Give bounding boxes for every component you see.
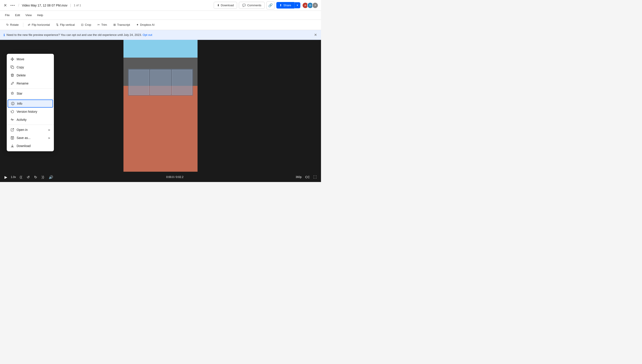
- star-icon: [10, 92, 14, 96]
- dropbox-ai-button[interactable]: ✦ Dropbox AI: [134, 22, 157, 28]
- rotate-button[interactable]: ↻ Rotate: [4, 22, 21, 28]
- comment-icon: 💬: [242, 4, 246, 7]
- share-caret-button[interactable]: ▾: [294, 2, 300, 8]
- forward-button[interactable]: ↻: [33, 174, 38, 180]
- ctx-activity[interactable]: Activity: [7, 116, 54, 124]
- menu-bar: File Edit View Help: [0, 11, 321, 20]
- ctx-activity-label: Activity: [17, 118, 50, 122]
- share-group: ⬆ Share ▾: [276, 2, 300, 8]
- ctx-download[interactable]: Download: [7, 142, 54, 150]
- comments-label: Comments: [247, 4, 261, 7]
- trim-icon: ✂: [97, 23, 100, 26]
- ctx-open-in-label: Open in: [17, 128, 46, 132]
- ctx-divider-3: [7, 124, 54, 125]
- more-options-button[interactable]: [10, 4, 16, 7]
- top-bar-right: ⬇ Download 💬 Comments 🔗 ⬆ Share ▾ A B ✕: [214, 1, 318, 10]
- flip-horizontal-button[interactable]: ⇄ Flip horizontal: [25, 22, 53, 28]
- context-menu: Move Copy Delete Rename: [7, 54, 54, 151]
- player-bar: ▶ 1.0x ⟨⟨ ↺ ↻ ⟩⟩ 🔊 0:00.0 / 0:02.2 360p …: [0, 172, 321, 182]
- ctx-delete[interactable]: Delete: [7, 71, 54, 79]
- share-icon: ⬆: [280, 4, 282, 7]
- link-button[interactable]: 🔗: [267, 1, 275, 10]
- svg-rect-0: [12, 66, 14, 68]
- save-as-icon: [10, 136, 14, 140]
- trim-label: Trim: [101, 23, 107, 26]
- ctx-version-history-label: Version history: [17, 110, 50, 114]
- context-menu-overlay: Move Copy Delete Rename: [0, 40, 321, 172]
- top-bar-left: ✕ / Video May 17, 12 08 07 PM.mov | 1 of…: [3, 2, 212, 9]
- ctx-info-label: Info: [17, 102, 50, 105]
- history-icon: [10, 110, 14, 114]
- flip-v-icon: ⇅: [56, 23, 59, 26]
- next-frame-button[interactable]: ⟩⟩: [41, 174, 45, 180]
- file-name: Video May 17, 12 08 07 PM.mov: [22, 4, 67, 7]
- ctx-rename[interactable]: Rename: [7, 79, 54, 88]
- file-count: 1 of 1: [74, 4, 81, 7]
- ctx-star[interactable]: Star: [7, 90, 54, 98]
- ctx-save-as[interactable]: Save as... ▶: [7, 134, 54, 142]
- top-bar: ✕ / Video May 17, 12 08 07 PM.mov | 1 of…: [0, 0, 321, 11]
- open-in-icon: [10, 128, 14, 132]
- ctx-divider-1: [7, 88, 54, 88]
- menu-file[interactable]: File: [3, 12, 12, 18]
- download-icon: ⬇: [217, 4, 220, 7]
- main-content: Move Copy Delete Rename: [0, 40, 321, 172]
- open-in-arrow-icon: ▶: [49, 128, 50, 131]
- info-circle-icon: [11, 102, 15, 106]
- download-button[interactable]: ⬇ Download: [214, 2, 237, 9]
- rotate-label: Rotate: [10, 23, 19, 26]
- download-ctx-icon: [10, 144, 14, 148]
- banner-close-button[interactable]: ✕: [314, 32, 317, 38]
- ctx-move[interactable]: Move: [7, 55, 54, 63]
- opt-out-link[interactable]: Opt out: [143, 33, 152, 36]
- copy-icon: [10, 65, 14, 69]
- ctx-delete-label: Delete: [17, 74, 50, 77]
- separator-icon: /: [18, 3, 19, 8]
- ctx-open-in[interactable]: Open in ▶: [7, 126, 54, 134]
- volume-button[interactable]: 🔊: [48, 174, 54, 180]
- transcript-label: Transcript: [117, 23, 130, 26]
- toolbar-divider-1: [23, 23, 23, 27]
- ctx-rename-label: Rename: [17, 82, 50, 85]
- quality-button[interactable]: 360p: [296, 176, 302, 179]
- share-label: Share: [283, 4, 291, 7]
- dropbox-ai-icon: ✦: [136, 23, 139, 26]
- rewind-button[interactable]: ↺: [26, 174, 31, 180]
- crop-button[interactable]: ⊡ Crop: [78, 22, 94, 28]
- download-label: Download: [221, 4, 234, 7]
- menu-help[interactable]: Help: [35, 12, 45, 18]
- flip-vertical-button[interactable]: ⇅ Flip vertical: [53, 22, 77, 28]
- dropbox-ai-label: Dropbox AI: [140, 23, 154, 26]
- ctx-download-label: Download: [17, 144, 50, 148]
- separator-2-icon: |: [70, 3, 71, 8]
- ctx-version-history[interactable]: Version history: [7, 108, 54, 116]
- comments-button[interactable]: 💬 Comments: [239, 2, 265, 9]
- menu-view[interactable]: View: [23, 12, 34, 18]
- close-button[interactable]: ✕: [3, 2, 8, 9]
- crop-label: Crop: [85, 23, 91, 26]
- avatar-3: ✕: [312, 2, 318, 8]
- speed-button[interactable]: 1.0x: [11, 176, 16, 179]
- ctx-copy[interactable]: Copy: [7, 63, 54, 71]
- share-button[interactable]: ⬆ Share: [276, 2, 294, 8]
- banner-text: Need to the new file preview experience?…: [7, 33, 312, 36]
- rotate-icon: ↻: [6, 23, 9, 26]
- play-button[interactable]: ▶: [4, 174, 8, 180]
- toolbar: ↻ Rotate ⇄ Flip horizontal ⇅ Flip vertic…: [0, 20, 321, 30]
- prev-frame-button[interactable]: ⟨⟨: [19, 174, 23, 180]
- ctx-copy-label: Copy: [17, 66, 50, 69]
- player-extras: CC ⛶: [304, 174, 317, 180]
- crop-icon: ⊡: [81, 23, 84, 26]
- fullscreen-button[interactable]: ⛶: [312, 174, 317, 180]
- trim-button[interactable]: ✂ Trim: [95, 22, 110, 28]
- ctx-star-label: Star: [17, 92, 50, 95]
- menu-edit[interactable]: Edit: [13, 12, 22, 18]
- player-time: 0:00.0 / 0:02.2: [57, 176, 293, 179]
- ctx-info[interactable]: Info: [8, 100, 53, 108]
- flip-h-icon: ⇄: [28, 23, 30, 26]
- flip-v-label: Flip vertical: [60, 23, 75, 26]
- delete-icon: [10, 73, 14, 77]
- transcript-button[interactable]: ⊞ Transcript: [111, 22, 133, 28]
- banner: ℹ Need to the new file preview experienc…: [0, 30, 321, 40]
- captions-button[interactable]: CC: [304, 174, 311, 180]
